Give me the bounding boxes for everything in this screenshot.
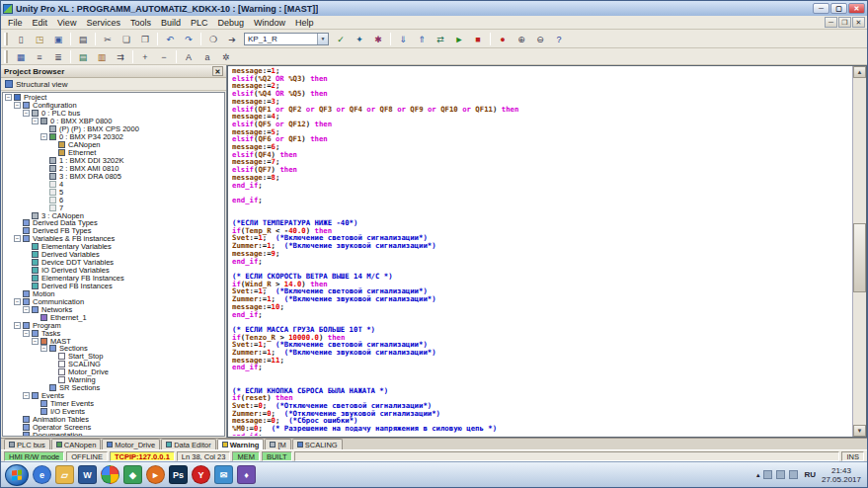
cross-reference-icon[interactable]: ⇉ [112, 49, 129, 64]
collapse-icon[interactable]: − [23, 330, 30, 337]
code-line[interactable]: elsif(QF7) then [232, 166, 850, 174]
word-icon[interactable]: W [78, 465, 97, 484]
tree-item[interactable]: −Sections [3, 345, 224, 353]
code-line[interactable]: end_if; [232, 364, 850, 371]
tree-item[interactable]: CANopen [3, 141, 224, 149]
scrollbar-track[interactable] [853, 78, 866, 425]
toolbar-grip[interactable] [4, 50, 8, 63]
collapse-icon[interactable]: − [40, 133, 47, 140]
help-icon[interactable]: ? [550, 32, 568, 46]
code-line[interactable]: end_if; [232, 433, 850, 436]
doc-tab-plc-bus[interactable]: PLC bus [4, 439, 50, 449]
language-indicator[interactable]: RU [802, 470, 818, 479]
tree-item[interactable]: Elementary FB Instances [3, 275, 224, 283]
tree-item[interactable]: 3 : BMX DRA 0805 [3, 172, 224, 180]
search-icon[interactable]: ❍ [204, 32, 222, 46]
menu-file[interactable]: File [3, 17, 28, 29]
code-line[interactable]: Zummer:=1; (*Включение звуковой сигнализ… [232, 349, 850, 357]
st-code-editor[interactable]: message:=1;elsif(%Q2 OR %Q3) thenmessage… [227, 65, 867, 438]
tray-network-icon[interactable] [763, 470, 772, 479]
tree-item[interactable]: −Program [3, 321, 224, 329]
tree-item[interactable]: −Configuration [3, 102, 224, 110]
menu-build[interactable]: Build [156, 17, 186, 29]
undo-icon[interactable]: ↶ [161, 32, 179, 46]
code-line[interactable] [232, 371, 850, 379]
menu-window[interactable]: Window [249, 17, 290, 29]
code-line[interactable]: end_if; [232, 182, 850, 190]
download-to-plc-icon[interactable]: ⇓ [394, 32, 412, 46]
code-line[interactable]: end_if; [232, 258, 850, 266]
menu-debug[interactable]: Debug [212, 17, 249, 29]
tree-item[interactable]: Start_Stop [3, 353, 224, 361]
doc-tab-canopen[interactable]: CANopen [51, 439, 102, 449]
code-line[interactable]: message:=11; [232, 357, 850, 365]
code-line[interactable]: end_if; [232, 197, 850, 204]
tree-item[interactable]: 7 [3, 203, 224, 211]
analyze-icon[interactable]: ✓ [332, 32, 350, 46]
structural-view-tab[interactable]: Structural view [1, 78, 226, 91]
collapse-icon[interactable]: − [32, 118, 39, 124]
tree-item[interactable]: −0 : PLC bus [3, 110, 224, 118]
tree-item[interactable]: −MAST [3, 337, 224, 345]
rebuild-all-icon[interactable]: ✱ [369, 32, 387, 46]
redo-icon[interactable]: ↷ [180, 32, 197, 46]
run-icon[interactable]: ► [450, 32, 468, 46]
font-bigger-icon[interactable]: A [180, 49, 197, 64]
menu-edit[interactable]: Edit [28, 17, 53, 29]
save-icon[interactable]: ▣ [49, 32, 67, 46]
tree-item[interactable]: 4 [3, 180, 224, 188]
collapse-icon[interactable]: − [14, 235, 21, 242]
collapse-icon[interactable]: − [23, 110, 30, 117]
open-icon[interactable]: ◳ [31, 32, 48, 46]
code-line[interactable]: elsif(%Q4 OR %Q5) then [232, 90, 850, 98]
code-line[interactable]: Zummer:=1; (*Включение звуковой сигнализ… [232, 295, 850, 303]
tree-item[interactable]: −Tasks [3, 329, 224, 337]
tree-item[interactable]: Warning [3, 376, 224, 384]
code-line[interactable]: Zummer:=1; (*Включение звуковой сигнализ… [232, 242, 850, 250]
stop-icon[interactable]: ■ [469, 32, 487, 46]
menu-tools[interactable]: Tools [125, 17, 156, 29]
code-line[interactable]: message:=9; [232, 250, 850, 258]
build-changes-icon[interactable]: ✦ [351, 32, 368, 46]
connect-icon[interactable]: ⇄ [432, 32, 449, 46]
doc-tab-motor-drive[interactable]: Motor_Drive [102, 439, 160, 449]
structural-view-icon[interactable]: ≡ [31, 49, 48, 64]
scroll-down-icon[interactable]: ▼ [853, 425, 866, 437]
code-line[interactable] [232, 189, 850, 197]
collapse-icon[interactable]: − [14, 298, 21, 305]
menu-plc[interactable]: PLC [186, 17, 213, 29]
start-button[interactable] [5, 464, 29, 486]
animation-table-icon[interactable]: ▥ [93, 49, 111, 64]
print-icon[interactable]: ▤ [74, 32, 92, 46]
data-editor-icon[interactable]: ▤ [74, 49, 92, 64]
functional-view-icon[interactable]: ≣ [49, 49, 67, 64]
code-line[interactable] [232, 204, 850, 212]
code-lines[interactable]: message:=1;elsif(%Q2 OR %Q3) thenmessage… [232, 67, 850, 436]
scrollbar-thumb[interactable] [853, 223, 866, 292]
tree-item[interactable]: −Communication [3, 297, 224, 305]
cut-icon[interactable]: ✂ [99, 32, 117, 46]
code-line[interactable]: message:=6; [232, 143, 850, 151]
tree-item[interactable]: Device DDT Variables [3, 259, 224, 267]
menu-services[interactable]: Services [81, 17, 125, 29]
toolbar-grip[interactable] [4, 33, 8, 45]
collapse-icon[interactable]: − [40, 345, 47, 352]
tray-update-icon[interactable] [789, 470, 798, 479]
editor-vertical-scrollbar[interactable]: ▲ ▼ [852, 66, 866, 437]
collapse-icon[interactable]: − [14, 322, 21, 329]
expand-all-icon[interactable]: + [136, 49, 154, 64]
app-icon-3[interactable]: ♦ [237, 465, 256, 484]
child-close-button[interactable]: ✕ [852, 17, 865, 28]
section-combo[interactable]: KP_1_R▼ [244, 33, 329, 45]
collapse-icon[interactable]: − [23, 392, 30, 399]
child-minimize-button[interactable]: ─ [825, 17, 837, 28]
doc-tab--m[interactable]: [M [265, 439, 290, 449]
tray-expand-icon[interactable]: ▴ [756, 471, 760, 479]
font-smaller-icon[interactable]: a [198, 49, 216, 64]
photoshop-icon[interactable]: Ps [169, 465, 188, 484]
paste-icon[interactable]: ❐ [136, 32, 154, 46]
code-line[interactable]: end_if; [232, 311, 850, 319]
app-icon-2[interactable]: ✉ [214, 465, 233, 484]
tree-item[interactable]: SCALING [3, 361, 224, 368]
tree-item[interactable]: −0 : BMX P34 20302 [3, 133, 224, 141]
